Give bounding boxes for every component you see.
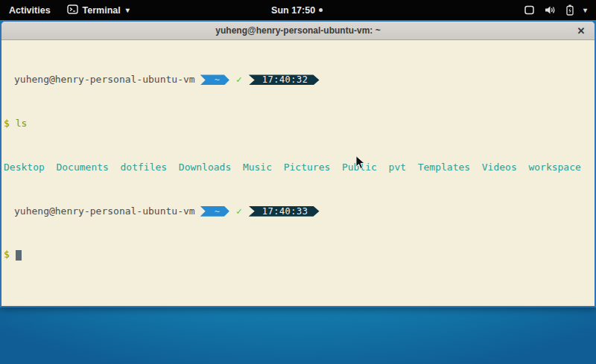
clock-menu[interactable]: Sun 17:50 bbox=[271, 0, 323, 20]
network-icon bbox=[524, 5, 535, 15]
chevron-down-icon: ▾ bbox=[126, 6, 130, 14]
activities-button[interactable]: Activities bbox=[0, 0, 60, 20]
prompt-time-badge: 17:40:33 bbox=[249, 206, 320, 217]
terminal-window: yuheng@henry-personal-ubuntu-vm: ~ ✕ yuh… bbox=[0, 20, 596, 307]
command-text: ls bbox=[16, 118, 28, 130]
terminal-cursor bbox=[16, 250, 22, 261]
app-menu-label: Terminal bbox=[83, 5, 121, 16]
status-check-icon: ✓ bbox=[236, 206, 242, 217]
mouse-cursor-icon bbox=[355, 156, 366, 173]
top-bar-left: Activities Terminal ▾ bbox=[0, 0, 137, 20]
activities-label: Activities bbox=[9, 5, 51, 16]
clock-label: Sun 17:50 bbox=[271, 5, 315, 16]
system-menu-chevron-icon: ▾ bbox=[583, 6, 587, 14]
prompt-cwd-segment: ~ bbox=[200, 74, 229, 85]
prompt-user-host: yuheng@henry-personal-ubuntu-vm bbox=[14, 206, 195, 217]
battery-charging-icon bbox=[566, 4, 574, 16]
prompt-time-badge: 17:40:32 bbox=[249, 74, 320, 85]
prompt-symbol: $ bbox=[4, 118, 10, 130]
system-status-area[interactable]: ▾ bbox=[519, 0, 592, 20]
notification-dot-icon bbox=[319, 8, 323, 12]
window-title: yuheng@henry-personal-ubuntu-vm: ~ bbox=[215, 25, 380, 36]
input-line[interactable]: $ bbox=[4, 249, 592, 261]
ls-output: Desktop Documents dotfiles Downloads Mus… bbox=[4, 162, 581, 173]
prompt-line: yuheng@henry-personal-ubuntu-vm ~ ✓ 17:4… bbox=[4, 74, 592, 86]
terminal-content[interactable]: yuheng@henry-personal-ubuntu-vm ~ ✓ 17:4… bbox=[1, 40, 595, 306]
volume-icon bbox=[545, 5, 557, 15]
ls-output-line: Desktop Documents dotfiles Downloads Mus… bbox=[4, 162, 592, 173]
top-bar: Activities Terminal ▾ Sun 17:50 bbox=[0, 0, 596, 20]
window-titlebar[interactable]: yuheng@henry-personal-ubuntu-vm: ~ ✕ bbox=[1, 22, 595, 40]
terminal-app-icon bbox=[67, 4, 78, 16]
prompt-cwd-segment: ~ bbox=[200, 206, 229, 217]
command-line: $ ls bbox=[4, 118, 592, 130]
prompt-user-host: yuheng@henry-personal-ubuntu-vm bbox=[14, 74, 195, 86]
close-icon[interactable]: ✕ bbox=[574, 24, 588, 37]
status-check-icon: ✓ bbox=[236, 74, 242, 86]
app-menu-terminal[interactable]: Terminal ▾ bbox=[60, 0, 137, 20]
prompt-line: yuheng@henry-personal-ubuntu-vm ~ ✓ 17:4… bbox=[4, 206, 592, 217]
prompt-symbol: $ bbox=[4, 249, 10, 261]
